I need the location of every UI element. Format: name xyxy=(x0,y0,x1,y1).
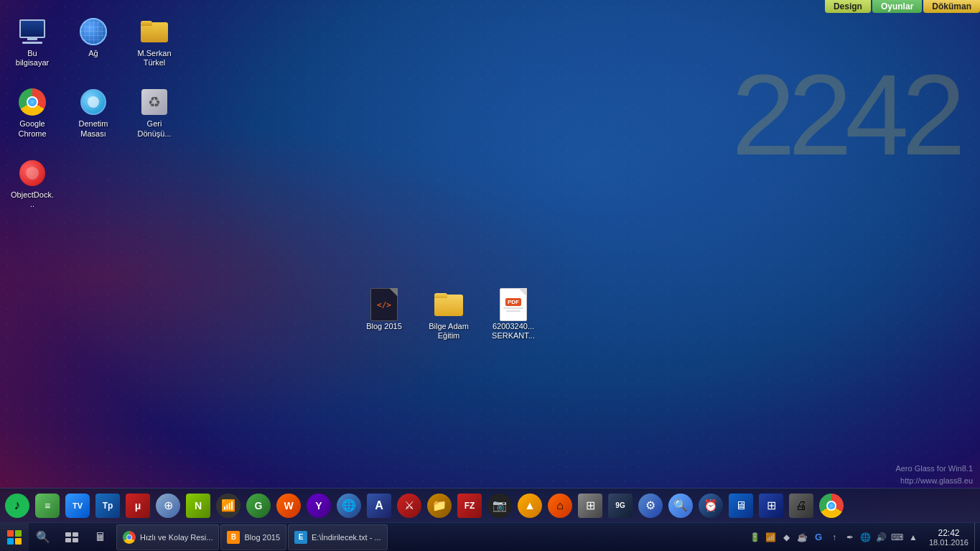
dock-comodo[interactable]: ⚔ xyxy=(395,491,424,520)
dock-foldergrid[interactable]: ⊞ xyxy=(576,491,605,520)
file-label-bilge-adam: Bilge AdamEğitim xyxy=(429,322,469,341)
win-sq2 xyxy=(15,530,22,537)
tray-dropbox[interactable]: ◆ xyxy=(780,524,794,550)
tray-pen[interactable]: ✒ xyxy=(843,524,857,550)
dock-fontmanager[interactable]: A xyxy=(365,491,393,520)
tray-battery[interactable]: 🔋 xyxy=(748,524,762,550)
taskbar-textfile-label: E:\İndirilecek.txt - ... xyxy=(312,533,381,542)
file-bilge-adam[interactable]: Bilge AdamEğitim xyxy=(424,287,474,343)
dock-remotedesktop[interactable]: 🖥 xyxy=(727,491,755,520)
icon-row-1: Bu bilgisayar Ağ M.SerkanTürkel xyxy=(7,14,179,70)
file-blog-2015[interactable]: </> Blog 2015 xyxy=(359,287,409,343)
taskbar-chrome[interactable]: Hızlı ve Kolay Resi... xyxy=(116,524,219,550)
icon-bu-bilgisayar[interactable]: Bu bilgisayar xyxy=(7,14,57,70)
icon-label-recycle: GeriDönüşü... xyxy=(137,119,171,138)
tray-google[interactable]: G xyxy=(811,524,826,550)
clock-watermark: 2242 xyxy=(732,57,958,172)
dock-layers[interactable]: ≡ xyxy=(33,491,62,520)
bilge-adam-folder-icon xyxy=(434,290,463,319)
win-sq3 xyxy=(7,538,14,545)
calculator-button[interactable]: 🖩 xyxy=(86,523,115,552)
dock-settings[interactable]: ⚙ xyxy=(636,491,665,520)
taskbar: 🔍 🖩 Hızlı ve Kolay Resi... B xyxy=(0,522,980,551)
objectdock-desktop-icon xyxy=(18,159,47,187)
icon-ag[interactable]: Ağ xyxy=(68,14,118,70)
dock-nvidia[interactable]: N xyxy=(184,491,213,520)
taskbar-textfile[interactable]: E E:\İndirilecek.txt - ... xyxy=(288,524,388,550)
svg-rect-3 xyxy=(73,538,78,542)
task-view-button[interactable] xyxy=(57,523,86,552)
bookmark-design[interactable]: Design xyxy=(825,0,871,13)
svg-rect-0 xyxy=(65,532,71,537)
dock-apex[interactable]: ▲ xyxy=(515,491,544,520)
chrome-desktop-icon xyxy=(18,88,47,116)
taskbar-blog2015[interactable]: B Blog 2015 xyxy=(220,524,286,550)
recycle-bin-icon: ♻ xyxy=(140,88,169,116)
dock-typewriter[interactable]: Tp xyxy=(93,491,122,520)
svg-rect-1 xyxy=(73,532,78,537)
dock-apps2[interactable]: ⊞ xyxy=(757,491,785,520)
tray-network[interactable]: 📶 xyxy=(764,524,778,550)
windows-logo xyxy=(7,530,22,545)
svg-rect-2 xyxy=(65,538,71,542)
top-bookmarks: Design Oyunlar Döküman xyxy=(825,0,980,13)
win-sq1 xyxy=(7,530,14,537)
icon-m-serkan[interactable]: M.SerkanTürkel xyxy=(129,14,179,70)
search-button[interactable]: 🔍 xyxy=(29,523,57,552)
tray-globe[interactable]: 🌐 xyxy=(859,524,873,550)
desktop: 2242 Design Oyunlar Döküman Bu bilgisaya… xyxy=(0,0,980,551)
control-panel-icon xyxy=(79,88,108,116)
dock-worldclock[interactable]: 🌐 xyxy=(335,491,363,520)
system-tray: 🔋 📶 ◆ ☕ G ↑ ✒ 🌐 🔊 ⌨ ▲ xyxy=(748,524,920,550)
dock-camera[interactable]: 📷 xyxy=(485,491,514,520)
start-button[interactable] xyxy=(0,523,29,552)
file-label-blog-2015: Blog 2015 xyxy=(366,322,402,331)
show-desktop-button[interactable] xyxy=(974,523,980,552)
icon-label-objectdock: ObjectDock... xyxy=(10,190,55,209)
icon-geri-donusum[interactable]: ♻ GeriDönüşü... xyxy=(129,85,179,141)
tray-cup[interactable]: ☕ xyxy=(795,524,810,550)
taskbar-clock[interactable]: 22:42 18.01.2016 xyxy=(923,523,974,552)
tray-keyboard[interactable]: ⌨ xyxy=(890,524,905,550)
dock-files[interactable]: 📁 xyxy=(425,491,454,520)
file-label-pdf: 62003240...SERKANT... xyxy=(492,322,535,341)
icon-google-chrome[interactable]: GoogleChrome xyxy=(7,85,57,141)
dock-chrome-bottom[interactable] xyxy=(817,491,846,520)
dock-network[interactable]: ⊕ xyxy=(154,491,182,520)
dock-utorrent[interactable]: μ xyxy=(123,491,152,520)
network-icon xyxy=(79,17,108,46)
icon-denetim-masasi[interactable]: DenetimMasası xyxy=(68,85,118,141)
dock-spotify[interactable]: ♪ xyxy=(3,491,32,520)
dock-printer[interactable]: 🖨 xyxy=(787,491,816,520)
dock-teamviewer[interactable]: TV xyxy=(63,491,92,520)
computer-icon xyxy=(18,17,47,46)
dock-greenshot[interactable]: G xyxy=(244,491,273,520)
pdf-file-icon: PDF xyxy=(499,290,528,319)
dock-wifi[interactable]: 📶 xyxy=(214,491,243,520)
file-pdf-serkant[interactable]: PDF 62003240...SERKANT... xyxy=(488,287,538,343)
icon-label-denetim: DenetimMasası xyxy=(79,119,108,138)
dock-filezilla[interactable]: FZ xyxy=(455,491,484,520)
dock-rss[interactable]: ⌂ xyxy=(546,491,574,520)
html-file-icon: </> xyxy=(370,290,398,319)
icon-label-chrome: GoogleChrome xyxy=(18,119,46,138)
tray-update[interactable]: ↑ xyxy=(827,524,841,550)
tray-show-hidden[interactable]: ▲ xyxy=(906,524,920,550)
clock-time: 22:42 xyxy=(938,528,959,538)
dock-clockapp[interactable]: ⏰ xyxy=(696,491,725,520)
taskbar-blog2015-label: Blog 2015 xyxy=(244,533,280,542)
dock-9g[interactable]: 9G xyxy=(606,491,635,520)
desktop-icons: Bu bilgisayar Ağ M.SerkanTürkel xyxy=(7,14,179,212)
dock-search[interactable]: 🔍 xyxy=(666,491,695,520)
tray-speaker[interactable]: 🔊 xyxy=(874,524,889,550)
icon-objectdock[interactable]: ObjectDock... xyxy=(7,156,57,212)
icon-label-bu-bilgisayar: Bu bilgisayar xyxy=(10,49,55,68)
aero-watermark: Aero Glass for Win8.1 http://www.glass8.… xyxy=(895,463,973,486)
dock-winamp[interactable]: W xyxy=(274,491,303,520)
dock-bar: ♪ ≡ TV Tp μ ⊕ N 📶 G W Y xyxy=(0,488,980,522)
dock-yahoo[interactable]: Y xyxy=(304,491,333,520)
clock-date: 18.01.2016 xyxy=(929,538,969,547)
aero-line2: http://www.glass8.eu xyxy=(895,475,973,487)
bookmark-dokuman[interactable]: Döküman xyxy=(923,0,980,13)
bookmark-oyunlar[interactable]: Oyunlar xyxy=(872,0,922,13)
